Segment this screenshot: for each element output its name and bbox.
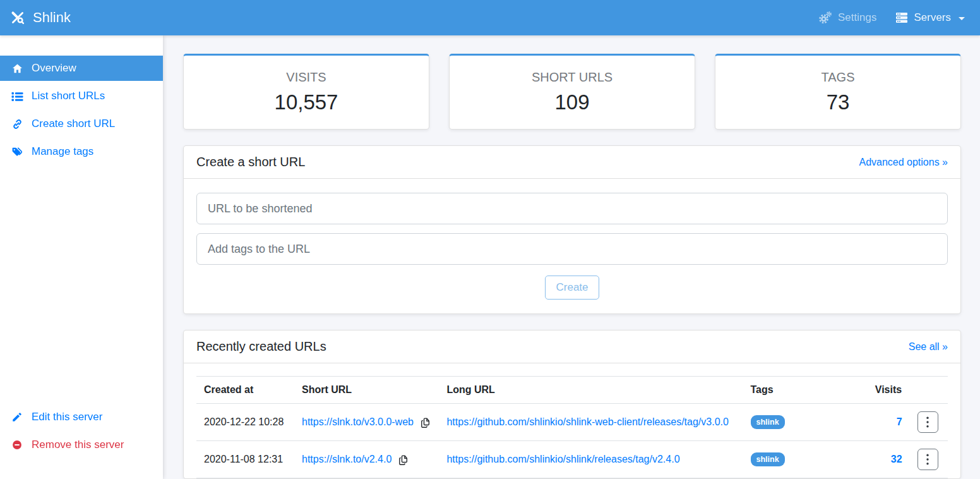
create-button[interactable]: Create <box>545 276 599 300</box>
sidebar-item-create-short-url[interactable]: Create short URL <box>0 111 163 136</box>
created-at-cell: 2020-12-22 10:28 <box>196 404 294 441</box>
create-button-row: Create <box>196 274 948 300</box>
servers-label: Servers <box>914 11 951 24</box>
create-short-url-panel: Create a short URL Advanced options » Cr… <box>183 145 961 314</box>
tag-badge: shlink <box>751 415 785 429</box>
recent-urls-table: Created at Short URL Long URL Tags Visit… <box>196 376 948 478</box>
settings-label: Settings <box>838 11 876 24</box>
recent-panel-body: Created at Short URL Long URL Tags Visit… <box>184 363 960 478</box>
long-url-cell: https://github.com/shlinkio/shlink-web-c… <box>439 404 743 441</box>
long-url-link[interactable]: https://github.com/shlinkio/shlink/relea… <box>446 454 679 464</box>
main-content: VISITS 10,557 SHORT URLS 109 TAGS 73 Cre… <box>163 35 980 479</box>
advanced-options-link[interactable]: Advanced options » <box>859 157 948 168</box>
servers-dropdown[interactable]: Servers <box>895 11 965 24</box>
sidebar-item-label: Manage tags <box>32 145 93 158</box>
caret-down-icon <box>959 17 965 20</box>
brand-label: Shlink <box>33 9 71 26</box>
short-url-cell: https://slnk.to/v2.4.0 <box>294 441 439 478</box>
remove-server-button[interactable]: Remove this server <box>0 436 163 454</box>
stat-label: VISITS <box>286 70 326 85</box>
link-icon <box>11 118 23 130</box>
row-menu-button[interactable] <box>917 411 938 433</box>
tag-badge: shlink <box>751 452 785 466</box>
recent-urls-panel: Recently created URLs See all » Created … <box>183 330 961 479</box>
actions-cell <box>910 441 948 478</box>
minus-circle-icon <box>11 439 23 451</box>
col-header-tags: Tags <box>743 377 868 404</box>
recent-panel-header: Recently created URLs See all » <box>184 330 960 363</box>
create-panel-body: Create <box>184 179 960 313</box>
sidebar-item-label: List short URLs <box>32 90 105 102</box>
top-navbar: Shlink Settings <box>0 0 980 35</box>
cogs-icon <box>818 11 832 25</box>
col-header-visits: Visits <box>868 377 910 404</box>
brand-link[interactable]: Shlink <box>9 9 71 26</box>
visits-stat-card[interactable]: VISITS 10,557 <box>183 54 429 130</box>
copy-icon <box>420 416 431 428</box>
navbar-menu: Settings Servers <box>818 11 965 25</box>
stat-value: 73 <box>827 90 850 114</box>
long-url-link[interactable]: https://github.com/shlinkio/shlink-web-c… <box>446 416 728 427</box>
visits-cell: 32 <box>868 441 910 478</box>
see-all-link[interactable]: See all » <box>909 341 948 353</box>
copy-icon <box>398 454 409 466</box>
recent-panel-title: Recently created URLs <box>196 339 326 354</box>
tags-icon <box>11 146 23 158</box>
short-url-link[interactable]: https://slnk.to/v2.4.0 <box>302 454 391 465</box>
pencil-icon <box>11 411 23 423</box>
kebab-icon <box>926 453 929 466</box>
stat-value: 109 <box>554 90 589 114</box>
url-to-shorten-input[interactable] <box>196 193 948 224</box>
create-panel-header: Create a short URL Advanced options » <box>184 146 960 179</box>
col-header-created-at: Created at <box>196 377 294 404</box>
create-panel-title: Create a short URL <box>196 155 305 169</box>
sidebar-item-list-short-urls[interactable]: List short URLs <box>0 83 163 109</box>
short-url-row: 2020-11-08 12:31 https://slnk.to/v2.4.0 <box>196 441 948 478</box>
short-url-row: 2020-12-22 10:28 https://slnk.to/v3.0.0-… <box>196 404 948 441</box>
visits-cell: 7 <box>868 404 910 441</box>
server-icon <box>895 12 908 23</box>
edit-server-label: Edit this server <box>32 411 102 423</box>
sidebar: Overview List short URLs Create short UR… <box>0 35 163 479</box>
stat-value: 10,557 <box>275 90 338 114</box>
sidebar-item-label: Create short URL <box>32 118 115 130</box>
edit-server-button[interactable]: Edit this server <box>0 408 163 426</box>
table-header-row: Created at Short URL Long URL Tags Visit… <box>196 377 948 404</box>
visits-count-link[interactable]: 32 <box>891 454 902 464</box>
short-urls-stat-card[interactable]: SHORT URLS 109 <box>449 54 695 130</box>
copy-to-clipboard-button[interactable] <box>398 454 409 466</box>
stat-label: TAGS <box>822 70 855 85</box>
home-icon <box>11 63 23 75</box>
col-header-long-url: Long URL <box>439 377 743 404</box>
settings-nav-item[interactable]: Settings <box>818 11 876 25</box>
actions-cell <box>910 404 948 441</box>
col-header-short-url: Short URL <box>294 377 439 404</box>
stat-label: SHORT URLS <box>532 70 612 85</box>
tags-stat-card[interactable]: TAGS 73 <box>715 54 961 130</box>
add-tags-input[interactable] <box>196 233 948 265</box>
tags-cell: shlink <box>743 404 868 441</box>
created-at-cell: 2020-11-08 12:31 <box>196 441 294 478</box>
col-header-actions <box>910 377 948 404</box>
stats-row: VISITS 10,557 SHORT URLS 109 TAGS 73 <box>183 54 961 130</box>
shlink-logo-icon <box>9 9 26 26</box>
tags-cell: shlink <box>743 441 868 478</box>
short-url-cell: https://slnk.to/v3.0.0-web <box>294 404 439 441</box>
visits-count-link[interactable]: 7 <box>897 416 902 427</box>
sidebar-item-overview[interactable]: Overview <box>0 56 163 81</box>
copy-to-clipboard-button[interactable] <box>420 416 431 428</box>
remove-server-label: Remove this server <box>32 439 124 451</box>
sidebar-item-label: Overview <box>32 62 76 75</box>
short-url-link[interactable]: https://slnk.to/v3.0.0-web <box>302 416 414 428</box>
sidebar-footer: Edit this server Remove this server <box>0 408 163 464</box>
list-icon <box>11 90 23 102</box>
long-url-cell: https://github.com/shlinkio/shlink/relea… <box>439 441 743 478</box>
row-menu-button[interactable] <box>917 449 938 470</box>
kebab-icon <box>926 416 929 428</box>
sidebar-item-manage-tags[interactable]: Manage tags <box>0 139 163 164</box>
